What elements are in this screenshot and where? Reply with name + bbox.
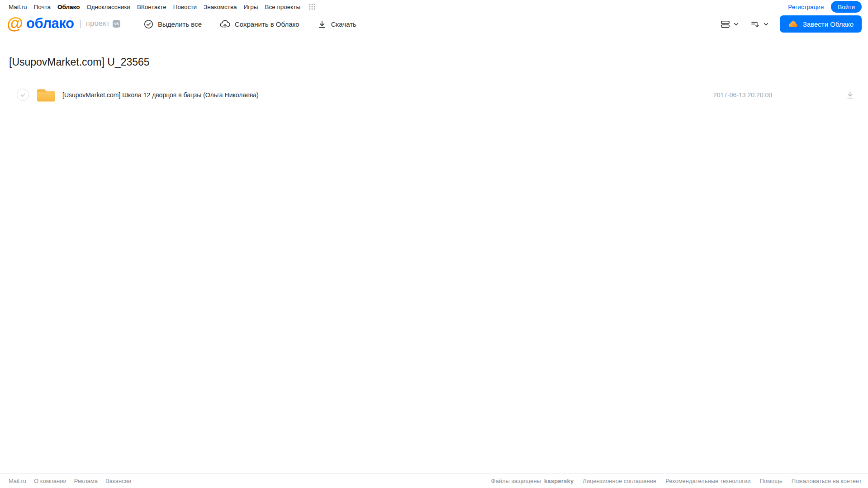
topnav-link-pochta[interactable]: Почта	[34, 4, 51, 10]
topnav-link-novosti[interactable]: Новости	[173, 4, 197, 10]
vk-icon: vk	[113, 20, 120, 28]
kaspersky-logo[interactable]: kaspersky	[544, 478, 574, 484]
download-label: Скачать	[331, 20, 356, 28]
cloud-logo[interactable]: @ облако | проект vk	[7, 14, 120, 33]
chevron-down-icon	[763, 21, 769, 27]
view-mode-selector[interactable]	[720, 19, 739, 29]
create-cloud-label: Завести Облако	[803, 20, 854, 28]
grid-icon[interactable]	[309, 4, 315, 10]
portal-links: Mail.ru Почта Облако Одноклассники ВКонт…	[9, 4, 315, 10]
sort-icon	[750, 19, 760, 29]
topnav-link-odnoklassniki[interactable]: Одноклассники	[86, 4, 130, 10]
view-mode-icon	[720, 19, 730, 29]
page-title: [UsupovMarket.com] U_23565	[9, 56, 150, 68]
topnav-link-oblako[interactable]: Облако	[57, 4, 80, 10]
topnav-link-znakomstva[interactable]: Знакомства	[204, 4, 237, 10]
folder-icon	[36, 88, 56, 104]
file-row[interactable]: [UsupovMarket.com] Школа 12 дворцов в ба…	[0, 87, 868, 103]
kaspersky-protection: Файлы защищены kaspersky	[491, 478, 574, 484]
chevron-down-icon	[733, 21, 739, 27]
create-cloud-button[interactable]: Завести Облако	[780, 15, 862, 33]
logo-divider: |	[79, 19, 81, 28]
portal-topnav: Mail.ru Почта Облако Одноклассники ВКонт…	[0, 0, 868, 14]
select-all-button[interactable]: Выделить все	[144, 19, 202, 29]
registration-link[interactable]: Регистрация	[788, 4, 824, 10]
save-to-cloud-label: Сохранить в Облако	[235, 20, 299, 28]
sort-selector[interactable]	[750, 19, 769, 29]
save-to-cloud-button[interactable]: Сохранить в Облако	[220, 19, 299, 29]
download-button[interactable]: Скачать	[318, 19, 356, 29]
cloud-icon	[788, 20, 798, 28]
footer-left-links: Mail.ru О компании Реклама Вакансии	[9, 478, 131, 484]
footer-link-report-content[interactable]: Пожаловаться на контент	[792, 478, 862, 484]
topnav-link-igry[interactable]: Игры	[244, 4, 258, 10]
check-icon	[20, 92, 26, 98]
footer-link-recommend-tech[interactable]: Рекомендательные технологии	[665, 478, 750, 484]
cloud-logo-text: облако	[26, 14, 74, 33]
footer-link-license[interactable]: Лицензионное соглашение	[583, 478, 656, 484]
download-icon	[318, 19, 327, 29]
auth-area: Регистрация Войти	[788, 1, 862, 13]
footer-right-links: Файлы защищены kaspersky Лицензионное со…	[491, 478, 862, 484]
row-download-icon[interactable]	[846, 90, 854, 101]
footer-link-help[interactable]: Помощь	[759, 478, 782, 484]
file-name-link[interactable]: [UsupovMarket.com] Школа 12 дворцов в ба…	[62, 91, 259, 99]
footer-link-mailru[interactable]: Mail.ru	[9, 478, 26, 484]
topnav-link-vkontakte[interactable]: ВКонтакте	[137, 4, 166, 10]
footer-link-ads[interactable]: Реклама	[74, 478, 98, 484]
footer: Mail.ru О компании Реклама Вакансии Файл…	[0, 473, 868, 488]
select-all-label: Выделить все	[158, 20, 202, 28]
cloud-public-page: Mail.ru Почта Облако Одноклассники ВКонт…	[0, 0, 868, 488]
cloud-upload-icon	[220, 19, 230, 29]
toolbar: Выделить все Сохранить в Облако Скачать	[144, 14, 356, 34]
check-circle-icon	[144, 19, 153, 29]
footer-link-jobs[interactable]: Вакансии	[105, 478, 131, 484]
protected-label: Файлы защищены	[491, 478, 541, 484]
topnav-link-mailru[interactable]: Mail.ru	[9, 4, 27, 10]
project-label: проект	[86, 19, 110, 28]
row-checkbox[interactable]	[17, 89, 29, 101]
mailru-at-icon: @	[7, 14, 23, 33]
topnav-link-all-projects[interactable]: Все проекты	[265, 4, 300, 10]
header-right-controls: Завести Облако	[720, 14, 862, 34]
footer-link-about[interactable]: О компании	[34, 478, 66, 484]
cloud-header: @ облако | проект vk Выделить все Сох	[0, 14, 868, 34]
file-date: 2017-06-13 20:20:00	[713, 91, 772, 99]
login-button[interactable]: Войти	[831, 1, 862, 13]
